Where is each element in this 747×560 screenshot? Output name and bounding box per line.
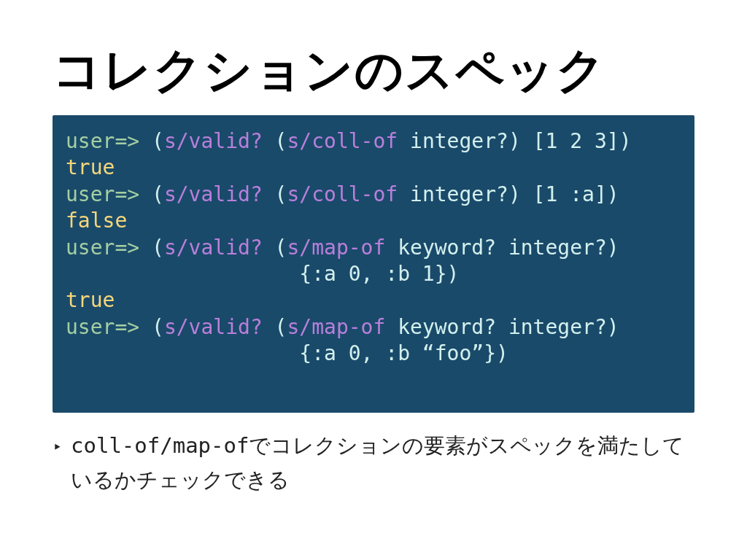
code-text: )	[496, 341, 508, 365]
repl-result: true	[66, 155, 115, 179]
code-text: (	[139, 129, 164, 153]
code-text: (	[139, 182, 164, 206]
code-fn: s/valid?	[164, 182, 263, 206]
code-text: (	[139, 315, 164, 339]
code-vector: [1 :a]	[533, 182, 607, 206]
code-text: )	[508, 129, 533, 153]
code-text: )	[607, 236, 619, 260]
code-text: )	[619, 129, 632, 153]
code-text: (	[263, 129, 287, 153]
code-fn: s/valid?	[164, 129, 263, 153]
code-text: integer?	[398, 182, 508, 206]
code-fn: s/valid?	[164, 236, 263, 260]
code-text: integer?	[398, 129, 508, 153]
code-text: (	[263, 315, 287, 339]
code-text: (	[139, 236, 164, 260]
repl-prompt: user=>	[66, 182, 139, 206]
slide: コレクションのスペック user=> (s/valid? (s/coll-of …	[0, 0, 747, 560]
bullet-code: coll-of/map-of	[71, 433, 249, 458]
code-map: {:a 0, :b 1}	[299, 262, 446, 286]
code-text: keyword? integer?	[385, 236, 606, 260]
code-text: keyword? integer?	[385, 315, 606, 339]
repl-prompt: user=>	[66, 129, 139, 153]
code-block: user=> (s/valid? (s/coll-of integer?) [1…	[53, 115, 694, 413]
bullet-marker-icon: ‣	[53, 435, 62, 461]
code-fn: s/coll-of	[287, 182, 398, 206]
code-indent	[66, 341, 299, 365]
code-text: )	[447, 262, 460, 286]
repl-prompt: user=>	[66, 236, 139, 260]
code-fn: s/valid?	[164, 315, 263, 339]
slide-title: コレクションのスペック	[53, 38, 694, 104]
bullet-item: ‣ coll-of/map-ofでコレクションの要素がスペックを満たしているかチ…	[53, 429, 694, 499]
code-map: {:a 0, :b “foo”}	[299, 341, 496, 365]
code-vector: [1 2 3]	[533, 129, 619, 153]
code-fn: s/map-of	[287, 315, 385, 339]
repl-prompt: user=>	[66, 315, 139, 339]
code-text: (	[263, 182, 287, 206]
code-text: )	[508, 182, 533, 206]
code-text: (	[263, 236, 287, 260]
code-text: )	[607, 182, 619, 206]
repl-result: false	[66, 209, 127, 233]
bullet-text: coll-of/map-ofでコレクションの要素がスペックを満たしているかチェッ…	[71, 429, 694, 499]
code-fn: s/coll-of	[287, 129, 398, 153]
repl-result: true	[66, 288, 115, 312]
code-fn: s/map-of	[287, 236, 385, 260]
code-indent	[66, 262, 299, 286]
code-text: )	[607, 315, 619, 339]
